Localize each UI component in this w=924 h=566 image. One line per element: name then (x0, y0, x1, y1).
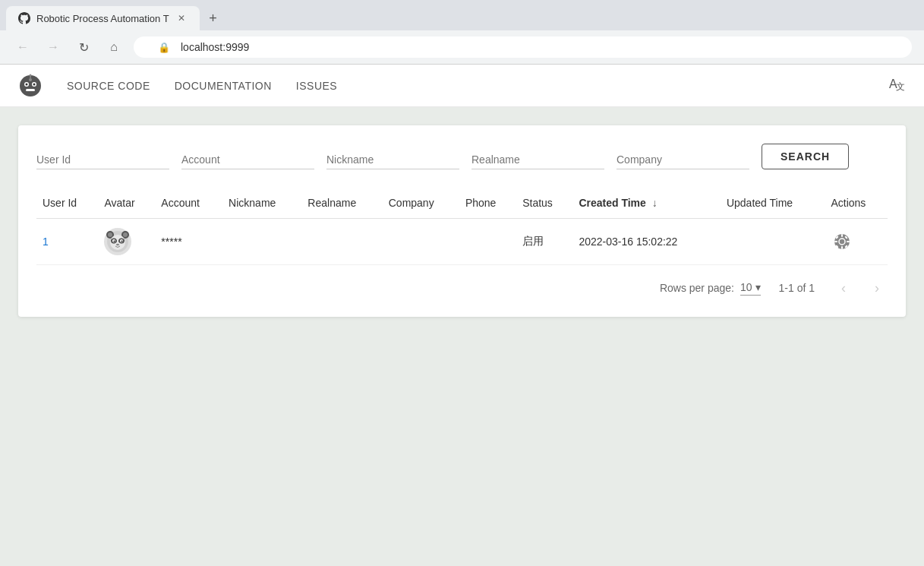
table-header: User Id Avatar Account Nickname Realname (36, 188, 888, 219)
user-id-input[interactable] (36, 150, 169, 169)
cell-company (383, 219, 459, 265)
nickname-filter (326, 150, 459, 169)
svg-rect-28 (834, 241, 837, 242)
settings-action-icon (834, 233, 850, 250)
rows-per-page: Rows per page: 10 ▾ (660, 281, 761, 296)
forward-icon: → (47, 40, 59, 54)
page-info: 1-1 of 1 (779, 282, 815, 294)
search-button[interactable]: SEARCH (762, 144, 849, 169)
cell-actions (825, 219, 888, 265)
home-button[interactable]: ⌂ (103, 36, 125, 58)
data-table: User Id Avatar Account Nickname Realname (36, 188, 888, 265)
issues-link[interactable]: ISSUES (296, 77, 337, 95)
svg-point-3 (26, 83, 28, 85)
rows-per-page-value: 10 (740, 281, 752, 293)
rows-per-page-label: Rows per page: (660, 282, 734, 294)
search-filters: SEARCH (36, 144, 888, 169)
translate-button[interactable]: A 文 (888, 74, 906, 96)
col-nickname: Nickname (222, 188, 301, 219)
app-logo (18, 74, 43, 98)
action-button[interactable] (831, 230, 853, 253)
home-icon: ⌂ (110, 40, 118, 54)
cell-account: ***** (155, 219, 222, 265)
col-realname: Realname (301, 188, 382, 219)
address-input[interactable]: 🔒 localhost:9999 (134, 36, 912, 58)
table-body: 1 (36, 219, 888, 265)
col-phone: Phone (459, 188, 516, 219)
col-updated-time: Updated Time (721, 188, 825, 219)
sort-desc-icon: ↓ (652, 197, 658, 209)
lock-icon: 🔒 (158, 42, 170, 53)
translate-icon: A 文 (888, 74, 906, 93)
cell-user-id: 1 (36, 219, 98, 265)
cell-phone (459, 219, 516, 265)
col-avatar: Avatar (98, 188, 155, 219)
rows-per-page-select[interactable]: 10 ▾ (740, 281, 761, 296)
forward-button[interactable]: → (43, 36, 64, 58)
reload-icon: ↻ (79, 40, 89, 55)
app-nav: SOURCE CODE DOCUMENTATION ISSUES A 文 (0, 65, 924, 107)
nav-links: SOURCE CODE DOCUMENTATION ISSUES (67, 77, 888, 95)
user-id-link[interactable]: 1 (43, 236, 49, 248)
address-bar: ← → ↻ ⌂ 🔒 localhost:9999 (0, 30, 924, 64)
svg-point-14 (108, 232, 112, 237)
svg-point-8 (30, 74, 32, 76)
tab-bar: Robotic Process Automation T ✕ + (0, 0, 924, 30)
col-status: Status (516, 188, 572, 219)
main-content: SEARCH User Id Avatar Account Nickname (0, 107, 924, 335)
chevron-down-icon: ▾ (755, 281, 761, 293)
github-icon (18, 12, 30, 24)
tab-close-button[interactable]: ✕ (175, 12, 188, 24)
col-company: Company (383, 188, 459, 219)
cell-created-time: 2022-03-16 15:02:22 (572, 219, 721, 265)
panda-avatar-svg (106, 229, 130, 254)
browser-tab[interactable]: Robotic Process Automation T ✕ (6, 6, 200, 30)
browser-chrome: Robotic Process Automation T ✕ + ← → ↻ ⌂… (0, 0, 924, 65)
cell-avatar (98, 219, 155, 265)
back-button[interactable]: ← (12, 36, 33, 58)
avatar (104, 228, 131, 255)
svg-rect-6 (29, 78, 32, 81)
chevron-left-icon: ‹ (841, 280, 846, 296)
realname-filter (471, 150, 604, 169)
user-id-filter (36, 150, 169, 169)
pagination-bar: Rows per page: 10 ▾ 1-1 of 1 ‹ › (36, 277, 888, 299)
cell-realname (301, 219, 382, 265)
cell-updated-time (721, 219, 825, 265)
next-page-button[interactable]: › (866, 277, 888, 299)
tab-title: Robotic Process Automation T (36, 13, 169, 24)
documentation-link[interactable]: DOCUMENTATION (175, 77, 272, 95)
cell-status: 启用 (516, 219, 572, 265)
new-tab-button[interactable]: + (203, 8, 224, 29)
svg-rect-26 (841, 234, 843, 237)
account-input[interactable] (181, 150, 314, 169)
col-created-time[interactable]: Created Time ↓ (572, 188, 721, 219)
company-filter (617, 150, 749, 169)
company-input[interactable] (617, 150, 749, 169)
col-user-id: User Id (36, 188, 98, 219)
nickname-input[interactable] (326, 150, 459, 169)
svg-rect-29 (847, 241, 850, 242)
svg-rect-5 (26, 89, 35, 91)
svg-point-15 (123, 232, 128, 237)
realname-input[interactable] (471, 150, 604, 169)
url-text: localhost:9999 (181, 41, 249, 53)
col-actions: Actions (825, 188, 888, 219)
reload-button[interactable]: ↻ (73, 36, 94, 58)
source-code-link[interactable]: SOURCE CODE (67, 77, 150, 95)
back-icon: ← (17, 40, 29, 54)
svg-rect-27 (841, 246, 843, 249)
svg-text:文: 文 (896, 81, 905, 92)
prev-page-button[interactable]: ‹ (833, 277, 854, 299)
svg-point-21 (114, 241, 115, 242)
data-card: SEARCH User Id Avatar Account Nickname (18, 125, 906, 317)
svg-point-23 (116, 244, 119, 245)
svg-point-22 (121, 241, 123, 242)
col-account: Account (155, 188, 222, 219)
robot-icon (18, 74, 43, 98)
table-row: 1 (36, 219, 888, 265)
svg-point-4 (33, 83, 36, 85)
chevron-right-icon: › (875, 280, 879, 296)
account-filter (181, 150, 314, 169)
cell-nickname (222, 219, 301, 265)
